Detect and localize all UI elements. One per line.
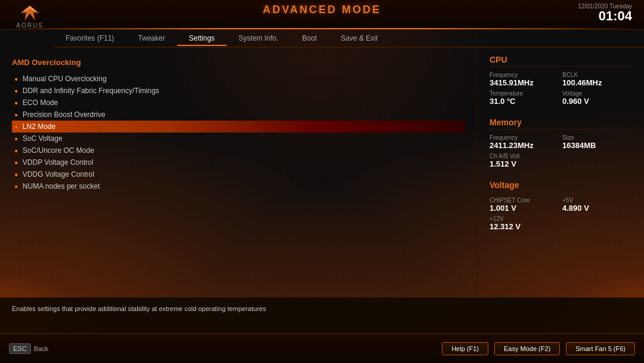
esc-key: ESC (9, 343, 31, 354)
header-underline (0, 28, 644, 29)
footer-right: Help (F1) Easy Mode (F2) Smart Fan 5 (F6… (442, 342, 635, 355)
bullet-icon: ■ (15, 76, 18, 82)
menu-item-numa[interactable]: ■ NUMA nodes per socket (12, 180, 465, 192)
smart-fan-button[interactable]: Smart Fan 5 (F6) (566, 342, 635, 355)
menu-item-vddg[interactable]: ■ VDDG Voltage Control (12, 168, 465, 180)
memory-volt-value: 1.512 V (490, 159, 632, 168)
bullet-icon: ■ (15, 124, 18, 130)
cpu-bclk-label: BCLK (562, 72, 632, 78)
bullet-icon: ■ (15, 184, 18, 189)
voltage-stats-title: Voltage (490, 180, 632, 192)
memory-volt-label: Ch A/B Volt (490, 153, 632, 159)
cpu-temperature-label: Temperature (490, 90, 559, 97)
memory-size-value: 16384MB (562, 141, 632, 150)
cpu-temperature-stat: Temperature 31.0 °C (490, 90, 559, 106)
cpu-voltage-value: 0.960 V (562, 97, 632, 106)
time-display: 01:04 (578, 10, 632, 23)
plus5v-value: 4.890 V (562, 204, 632, 213)
section-title-amd: AMD Overclocking (12, 58, 465, 67)
cpu-temperature-value: 31.0 °C (490, 97, 559, 106)
bullet-icon: ■ (15, 112, 18, 118)
menu-item-vddp[interactable]: ■ VDDP Voltage Control (12, 156, 465, 168)
cpu-frequency-label: Frequency (490, 72, 559, 78)
datetime: 12/01/2020 Tuesday 01:04 (578, 3, 632, 23)
memory-frequency-stat: Frequency 2411.23MHz (490, 134, 559, 150)
bullet-icon: ■ (15, 148, 18, 153)
footer-bar: ESC Back Help (F1) Easy Mode (F2) Smart … (0, 333, 644, 363)
nav-item-boot[interactable]: Boot (290, 32, 329, 45)
cpu-voltage-stat: Voltage 0.960 V (562, 90, 632, 106)
bullet-icon: ■ (15, 100, 18, 106)
plus12v-value: 12.312 V (490, 222, 559, 231)
description-bar: Enables settings that provide additional… (0, 297, 644, 333)
plus5v-label: +5V (562, 197, 632, 204)
bullet-icon: ■ (15, 172, 18, 177)
memory-frequency-label: Frequency (490, 134, 559, 141)
plus12v-stat: +12V 12.312 V (490, 216, 559, 231)
cpu-frequency-value: 3415.91MHz (490, 78, 559, 87)
nav-item-settings[interactable]: Settings (177, 32, 227, 46)
navbar: Favorites (F11) Tweaker Settings System … (54, 30, 644, 48)
header-title: ADVANCED MODE (263, 4, 382, 16)
cpu-bclk-value: 100.46MHz (562, 78, 632, 87)
easy-mode-button[interactable]: Easy Mode (F2) (494, 342, 560, 355)
chipset-voltage-stat: CHIPSET Core 1.001 V (490, 197, 559, 213)
memory-frequency-value: 2411.23MHz (490, 141, 559, 150)
plus12v-label: +12V (490, 216, 559, 222)
cpu-frequency-stat: Frequency 3415.91MHz (490, 72, 559, 87)
left-panel: AMD Overclocking ■ Manual CPU Overclocki… (0, 49, 477, 333)
menu-item-manual-cpu[interactable]: ■ Manual CPU Overclocking (12, 73, 465, 85)
cpu-stats-section: CPU Frequency 3415.91MHz BCLK 100.46MHz … (490, 55, 632, 106)
memory-volt-stat: Ch A/B Volt 1.512 V (490, 153, 632, 168)
bullet-icon: ■ (15, 136, 18, 141)
plus5v-stat: +5V 4.890 V (562, 197, 632, 213)
menu-item-ln2-mode[interactable]: ■ LN2 Mode (12, 121, 465, 133)
esc-action-label: Back (34, 345, 48, 352)
cpu-voltage-label: Voltage (562, 90, 632, 97)
cpu-bclk-stat: BCLK 100.46MHz (562, 72, 632, 87)
memory-stats-section: Memory Frequency 2411.23MHz Size 16384MB… (490, 118, 632, 168)
nav-item-favorites[interactable]: Favorites (F11) (54, 32, 126, 45)
bullet-icon: ■ (15, 88, 18, 94)
chipset-voltage-value: 1.001 V (490, 204, 559, 213)
menu-item-soc-uncore[interactable]: ■ SoC/Uncore OC Mode (12, 144, 465, 156)
chipset-voltage-label: CHIPSET Core (490, 197, 559, 204)
footer-left: ESC Back (9, 343, 48, 354)
memory-size-label: Size (562, 134, 632, 141)
cpu-stats-title: CPU (490, 55, 632, 67)
description-text: Enables settings that provide additional… (12, 304, 632, 314)
voltage-stats-section: Voltage CHIPSET Core 1.001 V +5V 4.890 V… (490, 180, 632, 231)
menu-item-soc-voltage[interactable]: ■ SoC Voltage (12, 133, 465, 144)
memory-stats-title: Memory (490, 118, 632, 130)
logo-area: AORUS (6, 3, 54, 30)
nav-item-tweaker[interactable]: Tweaker (126, 32, 177, 45)
bullet-icon: ■ (15, 160, 18, 165)
logo-text: AORUS (16, 22, 44, 29)
menu-item-ddr-infinity[interactable]: ■ DDR and Infinity Fabric Frequency/Timi… (12, 85, 465, 97)
aorus-logo-icon (18, 5, 42, 21)
memory-size-stat: Size 16384MB (562, 134, 632, 150)
help-button[interactable]: Help (F1) (442, 342, 488, 355)
header: AORUS ADVANCED MODE 12/01/2020 Tuesday 0… (0, 0, 644, 30)
menu-item-eco-mode[interactable]: ■ ECO Mode (12, 97, 465, 109)
nav-item-sysinfo[interactable]: System Info. (227, 32, 290, 45)
right-panel: CPU Frequency 3415.91MHz BCLK 100.46MHz … (477, 49, 644, 333)
menu-item-precision-boost[interactable]: ■ Precision Boost Overdrive (12, 109, 465, 121)
main-content: AMD Overclocking ■ Manual CPU Overclocki… (0, 49, 644, 333)
nav-item-saveexit[interactable]: Save & Exit (329, 32, 389, 45)
